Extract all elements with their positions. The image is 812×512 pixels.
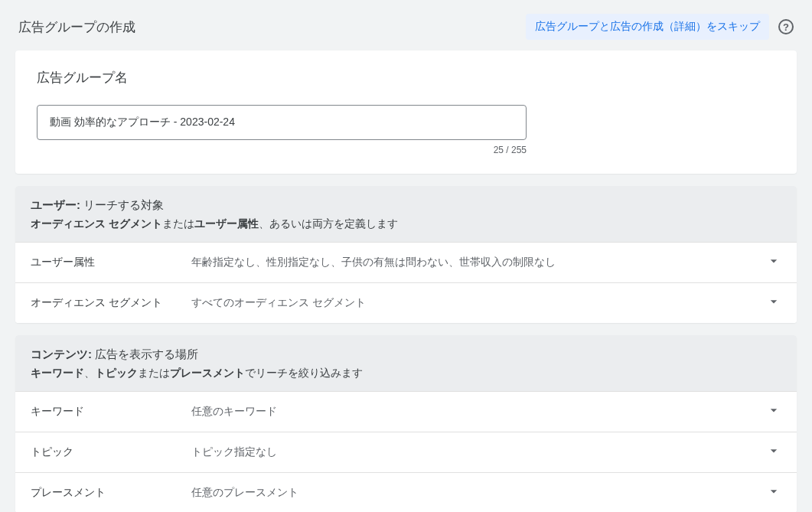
users-section-title: ユーザー: リーチする対象 — [31, 198, 781, 213]
accordion-row-topics[interactable]: トピック トピック指定なし — [15, 432, 797, 472]
accordion-row-user-attributes[interactable]: ユーザー属性 年齢指定なし、性別指定なし、子供の有無は問わない、世帯収入の制限な… — [15, 242, 797, 282]
content-section-header: コンテンツ: 広告を表示する場所 キーワード、トピックまたはプレースメントでリー… — [15, 335, 797, 391]
chevron-down-icon — [766, 443, 781, 461]
accordion-value: 年齢指定なし、性別指定なし、子供の有無は問わない、世帯収入の制限なし — [191, 256, 766, 269]
ad-group-name-title: 広告グループ名 — [37, 69, 775, 86]
char-count: 25 / 255 — [37, 145, 527, 155]
page-title: 広告グループの作成 — [18, 18, 135, 36]
content-title-rest: 広告を表示する場所 — [92, 347, 198, 360]
accordion-row-keywords[interactable]: キーワード 任意のキーワード — [15, 391, 797, 432]
users-section-subtitle: オーディエンス セグメントまたはユーザー属性、あるいは両方を定義します — [31, 217, 781, 231]
accordion-label: オーディエンス セグメント — [31, 296, 191, 310]
chevron-down-icon — [766, 294, 781, 312]
accordion-value: トピック指定なし — [191, 445, 766, 459]
content-section-subtitle: キーワード、トピックまたはプレースメントでリーチを絞り込みます — [31, 367, 781, 380]
users-sub-mid: または — [162, 217, 194, 230]
content-sub-bold1: キーワード — [31, 367, 84, 379]
chevron-down-icon — [766, 403, 781, 421]
accordion-label: ユーザー属性 — [31, 256, 191, 269]
users-section-header: ユーザー: リーチする対象 オーディエンス セグメントまたはユーザー属性、あるい… — [15, 186, 797, 242]
users-sub-bold1: オーディエンス セグメント — [31, 217, 162, 230]
content-sub-mid2: または — [138, 367, 170, 379]
page-header: 広告グループの作成 広告グループと広告の作成（詳細）をスキップ ? — [6, 6, 806, 51]
ad-group-name-card: 広告グループ名 25 / 255 — [15, 51, 797, 174]
content-section: コンテンツ: 広告を表示する場所 キーワード、トピックまたはプレースメントでリー… — [15, 335, 797, 512]
content-title-bold: コンテンツ: — [31, 347, 92, 360]
users-title-bold: ユーザー: — [31, 198, 80, 211]
users-sub-bold2: ユーザー属性 — [194, 217, 259, 230]
accordion-value: 任意のキーワード — [191, 405, 766, 419]
accordion-label: キーワード — [31, 405, 191, 419]
skip-link[interactable]: 広告グループと広告の作成（詳細）をスキップ — [526, 14, 769, 40]
content-sub-bold3: プレースメント — [170, 367, 245, 379]
accordion-row-audience-segments[interactable]: オーディエンス セグメント すべてのオーディエンス セグメント — [15, 282, 797, 323]
ad-group-name-input-wrap: 25 / 255 — [37, 105, 527, 155]
content-section-title: コンテンツ: 広告を表示する場所 — [31, 347, 781, 362]
users-section: ユーザー: リーチする対象 オーディエンス セグメントまたはユーザー属性、あるい… — [15, 186, 797, 323]
accordion-value: 任意のプレースメント — [191, 486, 766, 500]
users-sub-rest: 、あるいは両方を定義します — [259, 217, 398, 230]
users-title-rest: リーチする対象 — [80, 198, 164, 211]
chevron-down-icon — [766, 253, 781, 272]
accordion-row-placements[interactable]: プレースメント 任意のプレースメント — [15, 472, 797, 512]
content-sub-rest: でリーチを絞り込みます — [245, 367, 363, 379]
accordion-label: プレースメント — [31, 486, 191, 500]
chevron-down-icon — [766, 484, 781, 502]
accordion-value: すべてのオーディエンス セグメント — [191, 296, 766, 310]
header-actions: 広告グループと広告の作成（詳細）をスキップ ? — [526, 14, 794, 40]
help-icon[interactable]: ? — [778, 19, 794, 34]
ad-group-name-input[interactable] — [37, 105, 527, 140]
content-sub-bold2: トピック — [95, 367, 138, 379]
content-sub-mid1: 、 — [84, 367, 95, 379]
accordion-label: トピック — [31, 445, 191, 459]
